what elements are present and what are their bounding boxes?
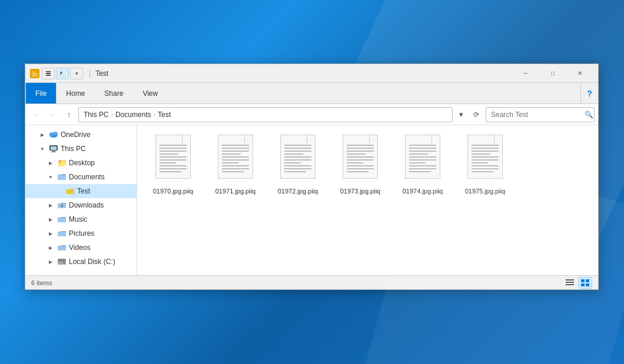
tab-home[interactable]: Home	[57, 83, 95, 103]
address-bar: ← → ↑ This PC › Documents › Test ▾ ⟳ 🔍	[25, 104, 598, 125]
details-view-button[interactable]	[563, 277, 577, 289]
tab-view[interactable]: View	[133, 83, 168, 103]
svg-rect-5	[46, 71, 51, 72]
ribbon: File Home Share View ?	[25, 83, 598, 104]
chevron-documents	[47, 173, 55, 181]
sidebar-item-desktop[interactable]: 📁 Desktop	[25, 156, 137, 170]
address-dropdown-button[interactable]: ▾	[455, 107, 467, 122]
file-name-3: 01973.jpg.piiq	[340, 187, 381, 195]
close-button[interactable]: ✕	[566, 64, 593, 83]
svg-rect-20	[566, 284, 574, 285]
file-item-2[interactable]: 01972.jpg.piiq	[271, 132, 324, 198]
chevron-downloads	[47, 201, 55, 209]
sidebar-item-localdisk[interactable]: Local Disk (C:)	[25, 255, 137, 269]
chevron-thispc	[38, 145, 47, 153]
sidebar-label-localdisk: Local Disk (C:)	[69, 258, 115, 266]
maximize-button[interactable]: □	[539, 64, 566, 83]
music-folder-icon	[57, 215, 67, 224]
file-thumbnail-5	[464, 135, 506, 185]
qa-properties-btn[interactable]	[42, 68, 55, 79]
help-button[interactable]: ?	[580, 83, 598, 103]
path-arrow-2: ›	[154, 111, 155, 118]
sidebar-item-videos[interactable]: Videos	[25, 241, 137, 255]
svg-rect-13	[51, 152, 57, 152]
svg-point-17	[64, 262, 65, 264]
file-item-4[interactable]: 01974.jpg.piiq	[396, 132, 449, 198]
file-name-0: 01970.jpg.piiq	[153, 187, 194, 195]
file-explorer-window: ▾ | Test ─ □ ✕ File Home Share View ? ← …	[25, 64, 599, 290]
title-separator: |	[89, 69, 91, 78]
svg-rect-11	[51, 146, 57, 150]
sidebar-label-desktop: Desktop	[69, 159, 95, 167]
main-area: OneDrive This PC 📁 Desktop	[25, 125, 598, 275]
thispc-icon	[49, 144, 58, 153]
file-item-5[interactable]: 01975.jpg.piiq	[459, 132, 512, 198]
address-path[interactable]: This PC › Documents › Test	[78, 107, 453, 122]
sidebar-item-test[interactable]: Test	[25, 184, 137, 198]
view-toggle	[563, 277, 592, 289]
refresh-button[interactable]: ⟳	[469, 108, 483, 122]
localdisk-icon	[57, 257, 67, 266]
up-button[interactable]: ↑	[62, 108, 76, 122]
svg-rect-24	[586, 283, 589, 286]
file-name-2: 01972.jpg.piiq	[278, 187, 318, 195]
path-documents: Documents	[115, 111, 151, 119]
sidebar: OneDrive This PC 📁 Desktop	[25, 125, 137, 275]
path-arrow-1: ›	[111, 111, 113, 118]
svg-rect-3	[46, 75, 51, 76]
sidebar-label-onedrive: OneDrive	[61, 131, 91, 139]
file-name-1: 01971.jpg.piiq	[215, 187, 256, 195]
file-item-1[interactable]: 01971.jpg.piiq	[209, 132, 262, 198]
back-button[interactable]: ←	[29, 108, 43, 122]
sidebar-label-test: Test	[77, 187, 90, 195]
search-box: 🔍	[486, 107, 595, 122]
forward-button[interactable]: →	[45, 108, 59, 122]
svg-rect-19	[566, 282, 574, 283]
large-icons-view-button[interactable]	[578, 277, 592, 289]
sidebar-label-documents: Documents	[69, 173, 105, 181]
chevron-desktop	[47, 159, 55, 167]
sidebar-label-thispc: This PC	[61, 145, 86, 153]
sidebar-item-pictures[interactable]: Pictures	[25, 226, 137, 241]
chevron-pictures	[47, 229, 55, 238]
file-name-5: 01975.jpg.piiq	[465, 187, 506, 195]
tab-share[interactable]: Share	[95, 83, 133, 103]
chevron-videos	[47, 243, 55, 252]
sidebar-label-downloads: Downloads	[69, 201, 104, 209]
sidebar-item-downloads[interactable]: Downloads	[25, 198, 137, 212]
window-icon	[30, 69, 39, 78]
svg-rect-18	[566, 279, 574, 280]
qa-undo-btn[interactable]	[56, 68, 69, 79]
svg-rect-1	[32, 73, 38, 77]
svg-rect-2	[32, 71, 35, 74]
sidebar-label-pictures: Pictures	[69, 229, 94, 238]
status-item-count: 6 items	[31, 279, 563, 286]
qa-dropdown-btn[interactable]: ▾	[70, 68, 83, 79]
chevron-music	[47, 215, 55, 223]
svg-rect-22	[586, 279, 589, 282]
sidebar-item-thispc[interactable]: This PC	[25, 142, 137, 156]
svg-rect-21	[581, 279, 585, 282]
sidebar-item-onedrive[interactable]: OneDrive	[25, 128, 137, 142]
search-input[interactable]	[486, 111, 584, 119]
documents-folder-icon	[57, 172, 67, 182]
sidebar-item-music[interactable]: Music	[25, 212, 137, 226]
test-folder-icon	[65, 186, 75, 196]
onedrive-icon	[49, 130, 58, 139]
file-item-0[interactable]: 01970.jpg.piiq	[147, 132, 200, 198]
svg-rect-23	[581, 283, 585, 286]
svg-point-9	[53, 132, 58, 135]
sidebar-item-documents[interactable]: Documents	[25, 170, 137, 184]
chevron-test	[55, 187, 63, 195]
downloads-folder-icon	[57, 201, 67, 210]
sidebar-label-videos: Videos	[69, 243, 90, 252]
minimize-button[interactable]: ─	[512, 64, 539, 83]
file-item-3[interactable]: 01973.jpg.piiq	[334, 132, 387, 198]
file-name-4: 01974.jpg.piiq	[403, 187, 443, 195]
file-thumbnail-1	[215, 135, 256, 185]
window-title: Test	[95, 69, 512, 78]
pictures-folder-icon	[57, 229, 67, 238]
search-button[interactable]: 🔍	[584, 107, 594, 122]
tab-file[interactable]: File	[25, 83, 57, 103]
chevron-onedrive	[38, 131, 47, 139]
